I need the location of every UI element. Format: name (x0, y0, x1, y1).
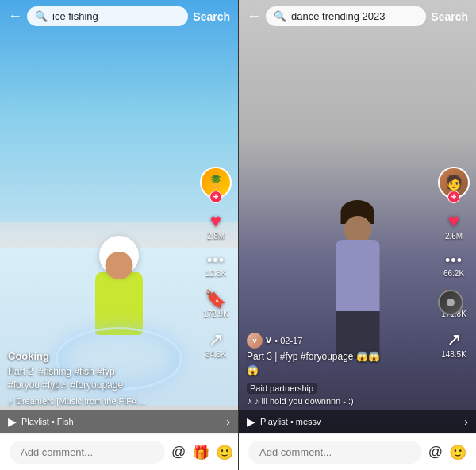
hat-head (99, 236, 139, 275)
comment-icon-right: ••• (445, 253, 463, 268)
search-bar-right: ← 🔍 dance trending 2023 Search (239, 0, 476, 33)
search-button-right[interactable]: Search (431, 10, 468, 23)
search-icon-left: 🔍 (35, 10, 48, 22)
username-row-right: v v • 02-17 (247, 333, 432, 349)
like-count-left: 2.8M (207, 232, 225, 241)
side-controls-right: 🧑 + ♥ 2.6M ••• 66.2K 🔖 171.8K ↗ 148.5K (438, 167, 470, 359)
playlist-info-right: ▶ Playlist • messv (247, 415, 321, 428)
search-input-wrap-right[interactable]: 🔍 dance trending 2023 (266, 6, 426, 26)
save-count-left: 172.9K (203, 310, 228, 318)
playlist-chevron-left: › (226, 415, 230, 428)
comment-count-left: 12.3K (205, 269, 226, 278)
like-count-right: 2.6M (445, 232, 463, 241)
caption-title-left: Cooking (8, 350, 194, 362)
music-note-right: ♪ (247, 395, 251, 406)
caption-music-left: ♪ Dreamers [Music from the FIFA ... (8, 395, 194, 406)
bottom-bar-right: @ 🙂 (239, 433, 476, 470)
jacket (95, 272, 143, 335)
music-text-left: Dreamers [Music from the FIFA ... (16, 396, 146, 406)
bottom-bar-left: @ 🎁 🙂 (0, 433, 238, 470)
follow-plus-right[interactable]: + (447, 191, 460, 203)
share-control-left[interactable]: ↗ 34.3K (205, 331, 226, 359)
creator-avatar-right[interactable]: 🧑 + (438, 167, 470, 198)
record-disc-right (438, 290, 463, 315)
heart-icon-left: ♥ (210, 211, 221, 230)
paid-partnership-badge: Paid partnership (247, 383, 317, 394)
date-right: • 02-17 (274, 335, 302, 347)
creator-avatar-left[interactable]: 🍍 + (200, 167, 232, 198)
playlist-play-icon-left: ▶ (8, 415, 17, 428)
save-control-left[interactable]: 🔖 172.9K (203, 291, 228, 318)
playlist-chevron-right: › (464, 415, 468, 428)
caption-left: Cooking Part 2 #fishing #fish #fyp#foryo… (8, 350, 194, 406)
back-button-right[interactable]: ← (247, 8, 261, 25)
music-note-left: ♪ (8, 395, 13, 406)
emoji-icon-left[interactable]: 🙂 (216, 444, 233, 461)
at-icon-right[interactable]: @ (428, 444, 443, 460)
gift-icon-left[interactable]: 🎁 (192, 444, 209, 461)
share-control-right[interactable]: ↗ 148.5K (441, 331, 466, 359)
like-control-right[interactable]: ♥ 2.6M (445, 211, 463, 241)
back-button-left[interactable]: ← (8, 8, 22, 25)
face (106, 252, 133, 279)
search-input-wrap-left[interactable]: 🔍 ice fishing (27, 6, 188, 26)
playlist-label-left: Playlist • Fish (21, 417, 74, 426)
playlist-label-right: Playlist • messv (260, 417, 321, 426)
playlist-info-left: ▶ Playlist • Fish (8, 415, 74, 428)
music-text-right: ♪ ill hold you downnnn - :) (255, 396, 354, 406)
search-bar-left: ← 🔍 ice fishing Search (0, 0, 238, 33)
right-panel: ← 🔍 dance trending 2023 Search 🧑 + ♥ 2.6… (238, 0, 476, 470)
save-icon-left: 🔖 (205, 291, 226, 308)
search-query-left[interactable]: ice fishing (52, 10, 180, 22)
person-figure-left (95, 236, 143, 335)
caption-music-right: ♪ ♪ ill hold you downnnn - :) (247, 395, 432, 406)
search-button-left[interactable]: Search (193, 10, 230, 23)
playlist-bar-right[interactable]: ▶ Playlist • messv › (239, 410, 476, 433)
left-panel: ← 🔍 ice fishing Search 🍍 + ♥ 2.8M ••• 12… (0, 0, 238, 470)
playlist-play-icon-right: ▶ (247, 415, 255, 428)
comment-input-right[interactable] (248, 441, 422, 464)
side-controls-left: 🍍 + ♥ 2.8M ••• 12.3K 🔖 172.9K ↗ 34.3K (200, 167, 232, 359)
search-icon-right: 🔍 (274, 10, 286, 22)
comment-input-left[interactable] (10, 441, 165, 464)
comment-control-left[interactable]: ••• 12.3K (205, 253, 226, 278)
share-count-left: 34.3K (205, 350, 226, 359)
emoji-icon-right[interactable]: 🙂 (449, 444, 466, 461)
caption-text-left: Part 2 #fishing #fish #fyp#foryou #fyp♬ … (8, 365, 194, 392)
comment-control-right[interactable]: ••• 66.2K (443, 253, 464, 278)
record-inner (447, 299, 455, 306)
share-icon-left: ↗ (209, 331, 223, 349)
caption-right: v v • 02-17 Part 3 | #fyp #foryoupage 😱😱… (247, 333, 432, 406)
comment-icon-left: ••• (207, 253, 225, 268)
like-control-left[interactable]: ♥ 2.8M (207, 211, 225, 241)
user-avatar-small-right: v (247, 333, 263, 349)
username-right: v (266, 333, 271, 345)
search-query-right[interactable]: dance trending 2023 (291, 10, 418, 22)
at-icon-left[interactable]: @ (171, 444, 186, 460)
caption-text-right: Part 3 | #fyp #foryoupage 😱😱😱 (247, 350, 432, 377)
heart-icon-right: ♥ (448, 211, 459, 230)
share-icon-right: ↗ (447, 331, 461, 349)
body-right (336, 240, 379, 311)
comment-count-right: 66.2K (443, 269, 464, 278)
follow-plus-left[interactable]: + (209, 191, 222, 203)
share-count-right: 148.5K (441, 350, 466, 359)
playlist-bar-left[interactable]: ▶ Playlist • Fish › (0, 410, 238, 433)
